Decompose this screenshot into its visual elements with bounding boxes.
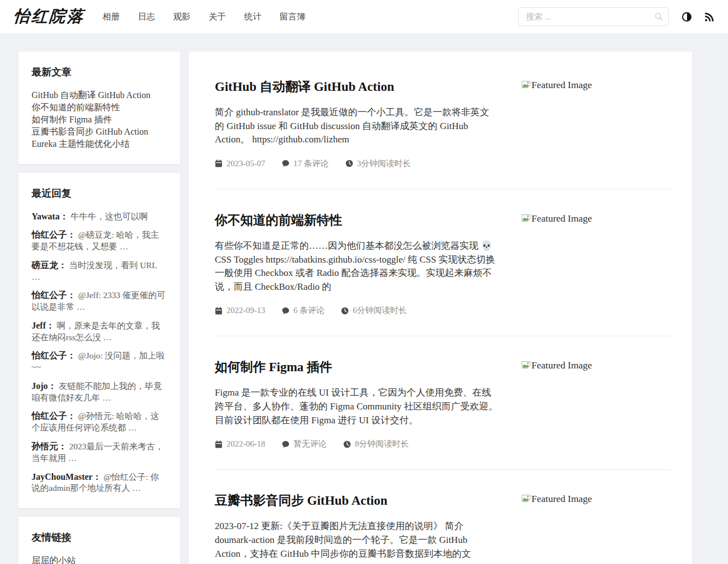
post-body: 如何制作 Figma 插件 Figma 是一款专业的在线 UI 设计工具，它因为… xyxy=(215,358,522,449)
featured-image-alt: Featured Image xyxy=(531,79,592,91)
comment-item: 怡红公子： @Jeff: 2333 催更催的可以说是非常 … xyxy=(32,289,167,313)
post-title-link[interactable]: 如何制作 Figma 插件 xyxy=(215,358,332,376)
friend-link[interactable]: 屈屈的小站 xyxy=(32,555,167,564)
rss-icon[interactable] xyxy=(704,12,715,22)
search-input[interactable] xyxy=(518,7,669,26)
latest-post-link[interactable]: 你不知道的前端新特性 xyxy=(32,101,167,114)
nav-item-guestbook[interactable]: 留言簿 xyxy=(280,9,306,25)
site-logo[interactable]: 怡红院落 xyxy=(13,6,86,28)
comment-author-link[interactable]: 孙悟元： xyxy=(32,442,67,451)
latest-post-link[interactable]: 如何制作 Figma 插件 xyxy=(32,114,167,126)
latest-posts-title: 最新文章 xyxy=(32,65,167,79)
broken-image-icon xyxy=(522,214,531,222)
calendar-icon xyxy=(215,440,223,448)
post-date: 2022-09-13 xyxy=(215,306,265,315)
post-date: 2023-05-07 xyxy=(215,159,265,168)
comment-icon xyxy=(282,440,290,448)
search-icon xyxy=(654,12,663,23)
calendar-icon xyxy=(215,160,223,167)
comment-item: 孙悟元： 2023最后一天前来考古，当年就用 … xyxy=(32,440,167,464)
post-excerpt: 有些你不知道是正常的……因为他们基本都没怎么被浏览器实现 💀 CSS Toggl… xyxy=(215,239,498,294)
clock-icon xyxy=(341,307,349,315)
post-item: 如何制作 Figma 插件 Figma 是一款专业的在线 UI 设计工具，它因为… xyxy=(215,336,670,470)
comment-icon xyxy=(282,160,290,167)
comment-icon xyxy=(282,307,290,315)
sidebar: 最新文章 GitHub 自动翻译 GitHub Action 你不知道的前端新特… xyxy=(18,52,180,564)
dark-mode-toggle-icon[interactable] xyxy=(682,12,691,22)
page-content: 最新文章 GitHub 自动翻译 GitHub Action 你不知道的前端新特… xyxy=(0,34,728,564)
comment-author-link[interactable]: Yawata： xyxy=(32,212,69,221)
broken-image-icon xyxy=(522,80,531,89)
friend-links-widget: 友情链接 屈屈的小站 浩忍的博客 范明非 屠夫9441 eallion xyxy=(18,517,180,564)
comment-author-link[interactable]: 怡红公子： xyxy=(32,290,76,300)
comment-item: Yawata： 牛牛牛，这也可以啊 xyxy=(32,211,167,223)
comment-author-link[interactable]: Jeff： xyxy=(32,321,55,330)
post-item: 你不知道的前端新特性 有些你不知道是正常的……因为他们基本都没怎么被浏览器实现 … xyxy=(215,189,670,337)
comment-author-link[interactable]: 怡红公子： xyxy=(32,351,76,360)
comment-item: Jojo： 友链能不能加上我的，毕竟咱有微信好友几年 … xyxy=(32,380,167,404)
featured-image[interactable]: Featured Image xyxy=(522,492,670,564)
clock-icon xyxy=(343,440,351,448)
featured-image[interactable]: Featured Image xyxy=(522,212,670,316)
comment-item: 怡红公子： @Jojo: 没问题，加上啦~~ xyxy=(32,350,167,373)
comment-author-link[interactable]: 怡红公子： xyxy=(32,411,76,421)
post-title-link[interactable]: GitHub 自动翻译 GitHub Action xyxy=(215,78,394,95)
comment-author-link[interactable]: 磅豆龙： xyxy=(32,260,67,270)
comment-author-link[interactable]: Jojo： xyxy=(32,381,56,391)
post-meta: 2023-05-07 17 条评论 3分钟阅读时长 xyxy=(215,158,498,169)
featured-image-alt: Featured Image xyxy=(531,360,592,371)
post-excerpt: Figma 是一款专业的在线 UI 设计工具，它因为个人使用免费、在线跨平台、多… xyxy=(215,386,498,427)
post-item: 豆瓣书影音同步 GitHub Action 2023-07-12 更新:《关于豆… xyxy=(215,470,670,564)
recent-comments-title: 最近回复 xyxy=(32,187,167,200)
post-body: 你不知道的前端新特性 有些你不知道是正常的……因为他们基本都没怎么被浏览器实现 … xyxy=(215,212,522,316)
comment-text: 牛牛牛，这也可以啊 xyxy=(71,212,148,221)
comment-item: 磅豆龙： 当时没发现，看到 URL … xyxy=(32,259,167,283)
comment-item: 怡红公子： @孙悟元: 哈哈哈，这个应该用任何评论系统都 … xyxy=(32,410,167,434)
nav-item-about[interactable]: 关于 xyxy=(209,9,226,25)
clock-icon xyxy=(345,160,353,167)
friend-links-title: 友情链接 xyxy=(32,531,167,544)
post-date: 2022-06-18 xyxy=(215,439,265,449)
post-meta: 2022-06-18 暂无评论 8分钟阅读时长 xyxy=(215,439,498,449)
comment-author-link[interactable]: JayChouMaster： xyxy=(32,472,101,481)
post-excerpt: 简介 github-translator 是我最近做的一个小工具。它是一款将非英… xyxy=(215,106,498,147)
featured-image[interactable]: Featured Image xyxy=(522,358,670,449)
recent-comments-widget: 最近回复 Yawata： 牛牛牛，这也可以啊 怡红公子： @磅豆龙: 哈哈，我主… xyxy=(18,173,180,509)
post-excerpt: 2023-07-12 更新:《关于豆瓣图片无法直接使用的说明》 简介 douma… xyxy=(215,520,498,561)
latest-post-link[interactable]: Eureka 主题性能优化小结 xyxy=(32,138,167,150)
nav-item-albums[interactable]: 相册 xyxy=(102,9,120,25)
broken-image-icon xyxy=(522,361,531,369)
calendar-icon xyxy=(215,307,223,315)
post-read-time: 3分钟阅读时长 xyxy=(345,158,411,169)
post-body: GitHub 自动翻译 GitHub Action 简介 github-tran… xyxy=(215,78,522,169)
post-title-link[interactable]: 豆瓣书影音同步 GitHub Action xyxy=(215,492,388,509)
post-comments-count: 17 条评论 xyxy=(282,158,329,169)
site-header: 怡红院落 相册 日志 观影 关于 统计 留言簿 xyxy=(0,0,728,34)
featured-image-alt: Featured Image xyxy=(531,493,592,505)
post-title-link[interactable]: 你不知道的前端新特性 xyxy=(215,212,342,229)
post-body: 豆瓣书影音同步 GitHub Action 2023-07-12 更新:《关于豆… xyxy=(215,492,522,564)
nav-item-movies[interactable]: 观影 xyxy=(173,9,190,25)
post-list: GitHub 自动翻译 GitHub Action 简介 github-tran… xyxy=(189,52,692,564)
featured-image-alt: Featured Image xyxy=(531,213,592,224)
post-comments-count: 暂无评论 xyxy=(282,439,327,449)
nav-item-stats[interactable]: 统计 xyxy=(244,9,261,25)
post-meta: 2022-09-13 6 条评论 6分钟阅读时长 xyxy=(215,305,498,316)
comment-item: Jeff： 啊，原来是去年的文章，我还在纳闷rss怎么没 … xyxy=(32,320,167,343)
main-nav: 相册 日志 观影 关于 统计 留言簿 xyxy=(102,9,306,25)
comment-author-link[interactable]: 怡红公子： xyxy=(32,230,76,239)
post-read-time: 6分钟阅读时长 xyxy=(341,305,407,316)
latest-posts-widget: 最新文章 GitHub 自动翻译 GitHub Action 你不知道的前端新特… xyxy=(18,52,180,164)
comment-item: JayChouMaster： @怡红公子: 你说的admin那个地址所有人 … xyxy=(32,471,167,495)
latest-post-link[interactable]: GitHub 自动翻译 GitHub Action xyxy=(32,89,167,101)
latest-post-link[interactable]: 豆瓣书影音同步 GitHub Action xyxy=(32,126,167,138)
post-item: GitHub 自动翻译 GitHub Action 简介 github-tran… xyxy=(215,78,670,189)
comment-item: 怡红公子： @磅豆龙: 哈哈，我主要是不想花钱，又想要 … xyxy=(32,229,167,253)
search-box xyxy=(518,7,669,26)
post-comments-count: 6 条评论 xyxy=(282,305,324,316)
featured-image[interactable]: Featured Image xyxy=(522,78,670,169)
nav-item-journal[interactable]: 日志 xyxy=(138,9,155,25)
post-read-time: 8分钟阅读时长 xyxy=(343,439,409,449)
broken-image-icon xyxy=(522,494,531,503)
